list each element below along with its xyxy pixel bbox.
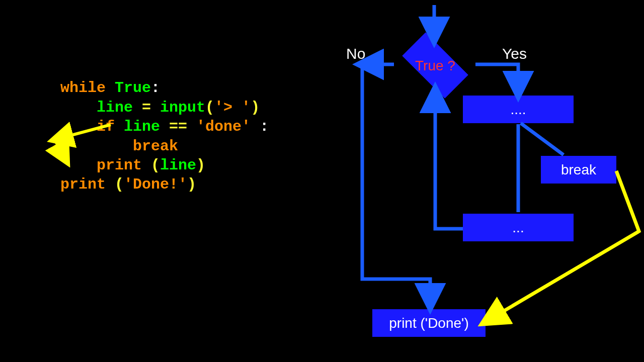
fn-input: input <box>160 99 205 116</box>
arg-line: line <box>160 157 196 174</box>
process-box-2: ... <box>463 214 574 241</box>
break-box: break <box>541 156 616 184</box>
literal-true: True <box>115 79 151 97</box>
terminal-box-done: print ('Done') <box>372 309 486 337</box>
decision-label: True ? <box>408 58 463 74</box>
keyword-break: break <box>133 138 178 155</box>
paren: ) <box>196 157 205 174</box>
paren: ( <box>142 157 160 174</box>
string-done-bang: 'Done!' <box>124 176 187 193</box>
string-prompt: '> ' <box>214 99 251 116</box>
paren: ) <box>187 176 196 193</box>
label-yes: Yes <box>502 45 527 62</box>
paren: ( <box>106 176 124 193</box>
fn-print: print <box>97 157 142 174</box>
paren: ( <box>205 99 214 116</box>
op-eqeq: == <box>169 118 187 135</box>
python-code-block: while True: line = input('> ') if line =… <box>60 59 269 195</box>
var-line: line <box>124 118 160 135</box>
op-assign: = <box>142 99 151 116</box>
colon: : <box>251 118 269 135</box>
label-no: No <box>346 45 365 62</box>
keyword-if: if <box>97 118 115 135</box>
paren: ) <box>251 99 260 116</box>
string-done: 'done' <box>196 118 251 135</box>
colon: : <box>151 79 160 97</box>
fn-print-outer: print <box>60 176 106 193</box>
keyword-while: while <box>60 79 106 97</box>
process-box-1: .... <box>463 96 574 123</box>
var-line: line <box>97 99 133 116</box>
